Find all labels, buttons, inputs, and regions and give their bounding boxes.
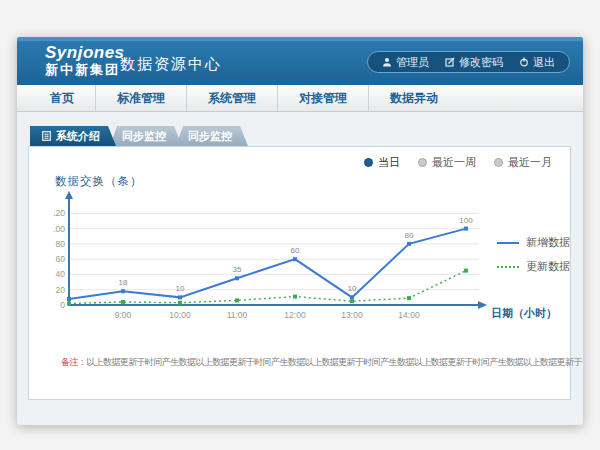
power-icon — [519, 57, 529, 67]
tab-system-intro[interactable]: 系统介绍 — [30, 126, 116, 146]
tab-label: 同步监控 — [188, 130, 232, 142]
user-menu: 管理员 修改密码 退出 — [367, 51, 570, 73]
svg-text:120: 120 — [54, 208, 65, 218]
tab-sync-monitor-1[interactable]: 同步监控 — [110, 126, 182, 146]
range-radio-last-month[interactable]: 最近一月 — [494, 155, 552, 170]
legend-label: 新增数据 — [526, 235, 570, 250]
legend-item-updated-data: 更新数据 — [497, 259, 570, 274]
tab-label: 系统介绍 — [56, 126, 100, 146]
svg-text:11:00: 11:00 — [227, 310, 248, 320]
svg-text:12:00: 12:00 — [284, 310, 306, 320]
svg-text:80: 80 — [56, 239, 66, 249]
user-icon — [382, 57, 392, 67]
legend-line-sample — [497, 242, 519, 244]
legend-line-sample — [497, 266, 519, 268]
svg-text:20: 20 — [56, 285, 66, 295]
change-password-label: 修改密码 — [459, 55, 503, 70]
nav-item-data-change[interactable]: 数据异动 — [369, 85, 459, 111]
edit-icon — [445, 57, 455, 67]
footnote-prefix: 备注： — [61, 357, 86, 367]
chart-panel: 当日 最近一周 最近一月 数据交换（条） 0204060801001209:00… — [28, 146, 571, 400]
range-radio-last-week[interactable]: 最近一周 — [418, 155, 476, 170]
range-label: 最近一月 — [508, 155, 552, 170]
logout-label: 退出 — [533, 55, 555, 70]
logo-company-name: 新中新集团 — [45, 63, 125, 77]
radio-icon — [364, 158, 373, 167]
tab-sync-monitor-2[interactable]: 同步监控 — [176, 126, 248, 146]
header-top-strip — [17, 37, 583, 41]
svg-text:40: 40 — [56, 269, 66, 279]
company-logo: Synjones 新中新集团 — [45, 44, 125, 77]
svg-text:10:00: 10:00 — [169, 310, 191, 320]
date-range-selector: 当日 最近一周 最近一月 — [364, 155, 552, 170]
x-axis-title: 日期（小时） — [491, 306, 557, 321]
svg-text:10: 10 — [176, 284, 185, 293]
svg-text:35: 35 — [233, 265, 242, 274]
svg-text:10: 10 — [348, 284, 357, 293]
document-icon — [42, 131, 51, 141]
range-label: 最近一周 — [432, 155, 476, 170]
nav-item-home[interactable]: 首页 — [29, 85, 96, 111]
svg-text:100: 100 — [54, 224, 65, 234]
svg-text:18: 18 — [119, 278, 128, 287]
legend-item-new-data: 新增数据 — [497, 235, 570, 250]
radio-icon — [418, 158, 427, 167]
line-chart: 0204060801001209:0010:0011:0012:0013:001… — [54, 189, 504, 329]
header: Synjones 新中新集团 数据资源中心 管理员 修改密码 — [17, 37, 583, 85]
nav-item-standard-management[interactable]: 标准管理 — [96, 85, 187, 111]
svg-text:100: 100 — [459, 216, 473, 225]
footnote: 备注：以上数据更新于时间产生数据以上数据更新于时间产生数据以上数据更新于时间产生… — [61, 356, 561, 369]
svg-text:0: 0 — [60, 300, 65, 310]
logo-wordmark: Synjones — [45, 44, 125, 63]
current-user-label: 管理员 — [396, 55, 429, 70]
tab-bar: 系统介绍 同步监控 同步监控 — [30, 126, 242, 146]
range-radio-today[interactable]: 当日 — [364, 155, 400, 170]
range-label: 当日 — [378, 155, 400, 170]
tab-label: 同步监控 — [122, 130, 166, 142]
change-password-button[interactable]: 修改密码 — [445, 55, 503, 70]
chart-legend: 新增数据 更新数据 — [497, 235, 570, 274]
svg-text:80: 80 — [405, 231, 414, 240]
svg-text:60: 60 — [56, 254, 66, 264]
y-axis-title: 数据交换（条） — [55, 174, 143, 189]
page-title: 数据资源中心 — [120, 55, 222, 74]
app-window: Synjones 新中新集团 数据资源中心 管理员 修改密码 — [17, 37, 583, 425]
nav-item-integration-management[interactable]: 对接管理 — [278, 85, 369, 111]
footnote-text: 以上数据更新于时间产生数据以上数据更新于时间产生数据以上数据更新于时间产生数据以… — [86, 357, 582, 367]
radio-icon — [494, 158, 503, 167]
current-user-button[interactable]: 管理员 — [382, 55, 429, 70]
logout-button[interactable]: 退出 — [519, 55, 555, 70]
main-nav: 首页 标准管理 系统管理 对接管理 数据异动 — [17, 85, 583, 112]
nav-item-system-management[interactable]: 系统管理 — [187, 85, 278, 111]
legend-label: 更新数据 — [526, 259, 570, 274]
svg-text:60: 60 — [291, 246, 300, 255]
svg-text:14:00: 14:00 — [398, 310, 420, 320]
svg-text:9:00: 9:00 — [115, 310, 132, 320]
svg-text:13:00: 13:00 — [341, 310, 363, 320]
